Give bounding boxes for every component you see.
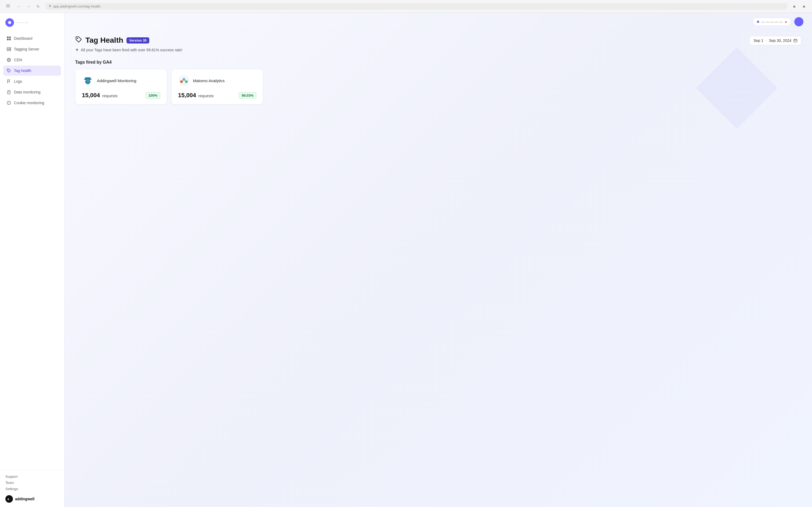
svg-rect-25: [794, 40, 797, 42]
sidebar-item-tagging-server-label: Tagging Server: [14, 47, 39, 51]
svg-point-10: [10, 48, 10, 49]
matomo-success-rate: 99.03%: [239, 92, 256, 99]
addingwell-card-name: Addingwell Monitoring: [97, 78, 136, 83]
clipboard-icon: [6, 90, 11, 95]
date-separator: -: [765, 39, 767, 43]
svg-point-36: [86, 81, 87, 82]
star-icon: ✦: [75, 47, 79, 52]
svg-rect-6: [7, 39, 9, 40]
svg-point-19: [7, 101, 11, 105]
svg-text:a: a: [7, 497, 9, 501]
flag-icon: [6, 79, 11, 84]
sidebar-footer: Support Team Settings a addingwell: [0, 470, 64, 507]
svg-point-22: [8, 103, 9, 104]
matomo-requests-label: requests: [198, 94, 214, 98]
svg-rect-0: [6, 5, 10, 5]
profile-button[interactable]: ■: [800, 3, 808, 10]
matomo-logo: [178, 75, 190, 87]
main-content: — — — — — ● Tag Health Version 35 Sep 1 …: [64, 13, 812, 507]
app-layout: — — — Dashboard Tagging Server: [0, 13, 812, 507]
addingwell-requests: 15,004 requests: [82, 92, 118, 99]
sidebar-item-tag-health-label: Tag health: [14, 68, 32, 73]
reload-button[interactable]: ↻: [35, 3, 42, 10]
svg-rect-5: [9, 37, 11, 38]
cards-grid: Addingwell Monitoring 15,004 requests 10…: [75, 69, 263, 105]
addingwell-card-stats: 15,004 requests 100%: [82, 92, 160, 99]
tag-card-addingwell: Addingwell Monitoring 15,004 requests 10…: [75, 69, 167, 105]
date-start: Sep 1: [753, 39, 763, 43]
sidebar-brand-text: — — —: [17, 21, 28, 24]
tag-card-matomo: Matomo Analytics 15,004 requests 99.03%: [171, 69, 263, 105]
sidebar-item-dashboard[interactable]: Dashboard: [3, 33, 61, 44]
sidebar-logo-icon: [5, 18, 14, 27]
cookie-icon: [6, 101, 11, 105]
globe-icon: [6, 57, 11, 62]
tag-icon: [6, 68, 11, 73]
sidebar-nav: Dashboard Tagging Server CDN: [0, 31, 64, 470]
top-bar: — — — — — ●: [64, 13, 812, 31]
calendar-icon: [794, 39, 797, 43]
date-range-picker[interactable]: Sep 1 - Sep 30, 2024: [749, 36, 801, 45]
matomo-card-stats: 15,004 requests 99.03%: [178, 92, 256, 99]
addingwell-count: 15,004: [82, 92, 100, 99]
footer-links: Support Team Settings: [5, 474, 59, 491]
sidebar-item-cdn-label: CDN: [14, 58, 22, 62]
svg-point-24: [77, 38, 78, 39]
sidebar-toggle-button[interactable]: [4, 3, 12, 10]
matomo-count: 15,004: [178, 92, 196, 99]
svg-point-37: [89, 81, 90, 82]
page-content: Tag Health Version 35 Sep 1 - Sep 30, 20…: [64, 31, 812, 115]
pill-close-icon[interactable]: ●: [785, 19, 787, 24]
sidebar-brand: a addingwell: [5, 495, 59, 503]
extensions-button[interactable]: ■: [791, 3, 798, 10]
sidebar-item-tagging-server[interactable]: Tagging Server: [3, 44, 61, 54]
card-header-matomo: Matomo Analytics: [178, 75, 256, 87]
svg-rect-7: [9, 39, 11, 40]
svg-point-11: [10, 50, 10, 51]
matomo-requests: 15,004 requests: [178, 92, 214, 99]
brand-icon: a: [5, 495, 13, 503]
sidebar-item-cookie-monitoring[interactable]: Cookie monitoring: [3, 98, 61, 108]
back-button[interactable]: ←: [15, 3, 22, 10]
sidebar-item-data-monitoring[interactable]: Data monitoring: [3, 87, 61, 97]
svg-rect-1: [6, 6, 10, 6]
sidebar-item-logs[interactable]: Logs: [3, 76, 61, 87]
svg-rect-4: [7, 37, 9, 38]
sidebar-item-tag-health[interactable]: Tag health: [3, 65, 61, 76]
svg-point-21: [9, 102, 10, 103]
address-bar[interactable]: app.addingwell.com/tag-health: [45, 3, 787, 10]
brand-name: addingwell: [15, 497, 35, 501]
addingwell-success-rate: 100%: [146, 92, 160, 99]
section-title: Tags fired by GA4: [75, 60, 801, 65]
card-header-addingwell: Addingwell Monitoring: [82, 75, 160, 87]
sidebar-item-logs-label: Logs: [14, 79, 22, 83]
browser-actions: ■ ■: [791, 3, 808, 10]
server-icon: [6, 47, 11, 52]
sidebar-item-cookie-monitoring-label: Cookie monitoring: [14, 101, 44, 105]
sidebar-header: — — —: [0, 13, 64, 31]
grid-icon: [6, 36, 11, 41]
svg-rect-16: [7, 91, 10, 94]
addingwell-requests-label: requests: [102, 94, 118, 98]
plan-text: — — — — —: [761, 20, 782, 24]
subtitle-text: All your Tags have been fired with over …: [81, 48, 182, 52]
team-link[interactable]: Team: [5, 481, 59, 485]
sidebar-item-dashboard-label: Dashboard: [14, 36, 33, 41]
support-link[interactable]: Support: [5, 474, 59, 478]
page-subtitle: ✦ All your Tags have been fired with ove…: [75, 47, 801, 52]
page-title: Tag Health: [85, 36, 123, 45]
svg-point-15: [8, 69, 8, 70]
plan-pill: — — — — — ●: [753, 18, 791, 26]
user-avatar[interactable]: [794, 17, 803, 26]
page-title-row: Tag Health Version 35: [75, 36, 149, 45]
svg-rect-2: [6, 7, 10, 7]
settings-link[interactable]: Settings: [5, 487, 59, 491]
date-end: Sep 30, 2024: [769, 39, 791, 43]
plan-dot: [757, 21, 759, 23]
svg-point-3: [8, 21, 11, 24]
version-badge: Version 35: [126, 37, 149, 44]
forward-button[interactable]: →: [25, 3, 32, 10]
sidebar-item-cdn[interactable]: CDN: [3, 55, 61, 65]
page-title-icon: [75, 36, 82, 45]
page-header: Tag Health Version 35 Sep 1 - Sep 30, 20…: [75, 36, 801, 45]
